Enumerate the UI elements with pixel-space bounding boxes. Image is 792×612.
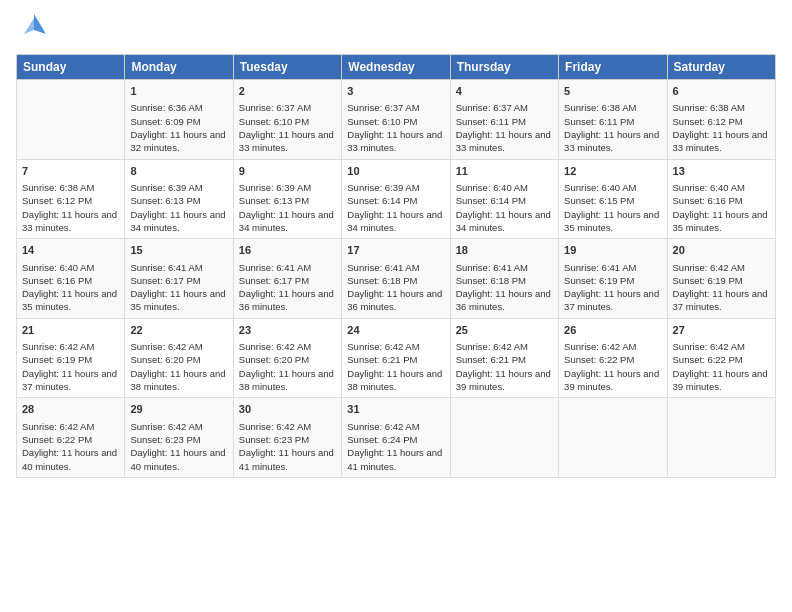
day-number: 8 <box>130 164 227 179</box>
sunrise-text: Sunrise: 6:38 AM <box>673 101 770 114</box>
calendar-cell: 24Sunrise: 6:42 AMSunset: 6:21 PMDayligh… <box>342 318 450 398</box>
sunrise-text: Sunrise: 6:39 AM <box>130 181 227 194</box>
calendar-cell: 5Sunrise: 6:38 AMSunset: 6:11 PMDaylight… <box>559 80 667 160</box>
sunrise-text: Sunrise: 6:40 AM <box>564 181 661 194</box>
day-number: 28 <box>22 402 119 417</box>
day-number: 13 <box>673 164 770 179</box>
sunset-text: Sunset: 6:11 PM <box>564 115 661 128</box>
sunset-text: Sunset: 6:19 PM <box>564 274 661 287</box>
calendar-cell: 25Sunrise: 6:42 AMSunset: 6:21 PMDayligh… <box>450 318 558 398</box>
sunrise-text: Sunrise: 6:38 AM <box>564 101 661 114</box>
daylight-text: Daylight: 11 hours and 34 minutes. <box>347 208 444 235</box>
sunset-text: Sunset: 6:13 PM <box>239 194 336 207</box>
day-number: 14 <box>22 243 119 258</box>
calendar-cell: 7Sunrise: 6:38 AMSunset: 6:12 PMDaylight… <box>17 159 125 239</box>
sunset-text: Sunset: 6:22 PM <box>22 433 119 446</box>
day-number: 15 <box>130 243 227 258</box>
calendar-cell <box>450 398 558 478</box>
sunset-text: Sunset: 6:18 PM <box>347 274 444 287</box>
daylight-text: Daylight: 11 hours and 39 minutes. <box>456 367 553 394</box>
sunset-text: Sunset: 6:23 PM <box>239 433 336 446</box>
calendar-cell: 31Sunrise: 6:42 AMSunset: 6:24 PMDayligh… <box>342 398 450 478</box>
calendar-cell <box>667 398 775 478</box>
sunrise-text: Sunrise: 6:42 AM <box>22 340 119 353</box>
daylight-text: Daylight: 11 hours and 34 minutes. <box>130 208 227 235</box>
day-number: 10 <box>347 164 444 179</box>
sunrise-text: Sunrise: 6:42 AM <box>456 340 553 353</box>
calendar-cell: 10Sunrise: 6:39 AMSunset: 6:14 PMDayligh… <box>342 159 450 239</box>
calendar-week-3: 14Sunrise: 6:40 AMSunset: 6:16 PMDayligh… <box>17 239 776 319</box>
calendar-cell: 29Sunrise: 6:42 AMSunset: 6:23 PMDayligh… <box>125 398 233 478</box>
sunset-text: Sunset: 6:15 PM <box>564 194 661 207</box>
daylight-text: Daylight: 11 hours and 38 minutes. <box>239 367 336 394</box>
daylight-text: Daylight: 11 hours and 36 minutes. <box>239 287 336 314</box>
calendar-table: Sunday Monday Tuesday Wednesday Thursday… <box>16 54 776 478</box>
calendar-cell: 8Sunrise: 6:39 AMSunset: 6:13 PMDaylight… <box>125 159 233 239</box>
header <box>16 16 776 44</box>
daylight-text: Daylight: 11 hours and 37 minutes. <box>22 367 119 394</box>
daylight-text: Daylight: 11 hours and 41 minutes. <box>347 446 444 473</box>
daylight-text: Daylight: 11 hours and 35 minutes. <box>22 287 119 314</box>
daylight-text: Daylight: 11 hours and 36 minutes. <box>456 287 553 314</box>
day-number: 16 <box>239 243 336 258</box>
sunrise-text: Sunrise: 6:37 AM <box>239 101 336 114</box>
calendar-cell: 18Sunrise: 6:41 AMSunset: 6:18 PMDayligh… <box>450 239 558 319</box>
day-number: 9 <box>239 164 336 179</box>
day-number: 22 <box>130 323 227 338</box>
col-wednesday: Wednesday <box>342 55 450 80</box>
day-number: 19 <box>564 243 661 258</box>
calendar-cell: 6Sunrise: 6:38 AMSunset: 6:12 PMDaylight… <box>667 80 775 160</box>
sunset-text: Sunset: 6:17 PM <box>130 274 227 287</box>
sunset-text: Sunset: 6:24 PM <box>347 433 444 446</box>
sunrise-text: Sunrise: 6:42 AM <box>673 261 770 274</box>
calendar-cell: 2Sunrise: 6:37 AMSunset: 6:10 PMDaylight… <box>233 80 341 160</box>
sunrise-text: Sunrise: 6:39 AM <box>239 181 336 194</box>
calendar-cell: 16Sunrise: 6:41 AMSunset: 6:17 PMDayligh… <box>233 239 341 319</box>
sunset-text: Sunset: 6:10 PM <box>239 115 336 128</box>
calendar-cell: 13Sunrise: 6:40 AMSunset: 6:16 PMDayligh… <box>667 159 775 239</box>
sunrise-text: Sunrise: 6:39 AM <box>347 181 444 194</box>
sunset-text: Sunset: 6:12 PM <box>22 194 119 207</box>
sunrise-text: Sunrise: 6:42 AM <box>239 420 336 433</box>
day-number: 18 <box>456 243 553 258</box>
sunrise-text: Sunrise: 6:42 AM <box>239 340 336 353</box>
daylight-text: Daylight: 11 hours and 35 minutes. <box>673 208 770 235</box>
day-number: 23 <box>239 323 336 338</box>
calendar-week-5: 28Sunrise: 6:42 AMSunset: 6:22 PMDayligh… <box>17 398 776 478</box>
sunrise-text: Sunrise: 6:42 AM <box>673 340 770 353</box>
sunrise-text: Sunrise: 6:42 AM <box>22 420 119 433</box>
daylight-text: Daylight: 11 hours and 40 minutes. <box>130 446 227 473</box>
day-number: 29 <box>130 402 227 417</box>
sunset-text: Sunset: 6:19 PM <box>22 353 119 366</box>
calendar-cell: 4Sunrise: 6:37 AMSunset: 6:11 PMDaylight… <box>450 80 558 160</box>
day-number: 12 <box>564 164 661 179</box>
calendar-cell: 15Sunrise: 6:41 AMSunset: 6:17 PMDayligh… <box>125 239 233 319</box>
sunset-text: Sunset: 6:23 PM <box>130 433 227 446</box>
daylight-text: Daylight: 11 hours and 37 minutes. <box>564 287 661 314</box>
sunrise-text: Sunrise: 6:40 AM <box>22 261 119 274</box>
day-number: 11 <box>456 164 553 179</box>
daylight-text: Daylight: 11 hours and 35 minutes. <box>564 208 661 235</box>
daylight-text: Daylight: 11 hours and 33 minutes. <box>673 128 770 155</box>
calendar-cell: 21Sunrise: 6:42 AMSunset: 6:19 PMDayligh… <box>17 318 125 398</box>
day-number: 26 <box>564 323 661 338</box>
sunset-text: Sunset: 6:22 PM <box>673 353 770 366</box>
daylight-text: Daylight: 11 hours and 36 minutes. <box>347 287 444 314</box>
day-number: 1 <box>130 84 227 99</box>
calendar-cell: 27Sunrise: 6:42 AMSunset: 6:22 PMDayligh… <box>667 318 775 398</box>
sunrise-text: Sunrise: 6:38 AM <box>22 181 119 194</box>
calendar-cell: 14Sunrise: 6:40 AMSunset: 6:16 PMDayligh… <box>17 239 125 319</box>
sunrise-text: Sunrise: 6:42 AM <box>564 340 661 353</box>
daylight-text: Daylight: 11 hours and 33 minutes. <box>239 128 336 155</box>
col-monday: Monday <box>125 55 233 80</box>
sunrise-text: Sunrise: 6:42 AM <box>347 420 444 433</box>
sunset-text: Sunset: 6:20 PM <box>130 353 227 366</box>
day-number: 2 <box>239 84 336 99</box>
day-number: 27 <box>673 323 770 338</box>
calendar-cell: 11Sunrise: 6:40 AMSunset: 6:14 PMDayligh… <box>450 159 558 239</box>
svg-marker-1 <box>24 18 34 34</box>
daylight-text: Daylight: 11 hours and 33 minutes. <box>564 128 661 155</box>
sunrise-text: Sunrise: 6:41 AM <box>456 261 553 274</box>
logo <box>16 16 48 44</box>
col-saturday: Saturday <box>667 55 775 80</box>
